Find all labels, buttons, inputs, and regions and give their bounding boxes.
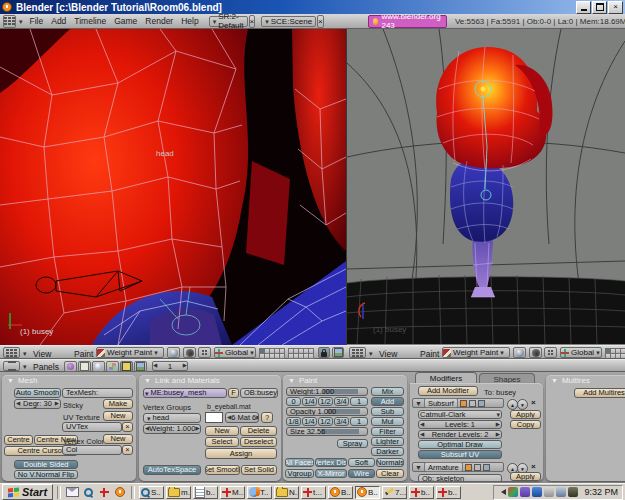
link-panel-header[interactable]: ▼ Link and Materials bbox=[139, 375, 281, 386]
layer-buttons-group-1[interactable] bbox=[605, 348, 625, 358]
opacity-preset-quarter[interactable]: 1/4 bbox=[302, 417, 317, 426]
mix-mode-button[interactable]: Mix bbox=[371, 387, 404, 396]
col-field[interactable]: Col bbox=[62, 445, 122, 455]
material-color-swatch[interactable] bbox=[205, 412, 223, 423]
centre-button[interactable]: Centre bbox=[4, 435, 33, 445]
deselect-button[interactable]: Deselect bbox=[240, 437, 277, 447]
occlusion-button[interactable] bbox=[529, 347, 542, 358]
weight-preset-quarter[interactable]: 1/4 bbox=[302, 397, 317, 406]
set-solid-button[interactable]: Set Solid bbox=[241, 465, 277, 475]
uvtex-field[interactable]: UVTex bbox=[62, 422, 122, 432]
material-question-button[interactable]: ? bbox=[261, 412, 273, 423]
delete-armature-button[interactable]: × bbox=[531, 462, 536, 471]
task-button-browser-T[interactable]: T.. bbox=[247, 486, 272, 499]
task-button-blender-1[interactable]: B.. bbox=[328, 486, 353, 499]
draw-type-button[interactable] bbox=[167, 347, 180, 358]
vgroup-toggle[interactable]: Vgroup bbox=[285, 469, 314, 478]
quicklaunch-media-button[interactable] bbox=[97, 486, 111, 499]
mesh-panel-header[interactable]: ▼ Mesh bbox=[2, 375, 136, 386]
subsurf-copy-button[interactable]: Copy bbox=[510, 420, 541, 429]
delete-col-button[interactable]: × bbox=[122, 445, 133, 455]
quicklaunch-blender-button[interactable] bbox=[113, 486, 127, 499]
select-button[interactable]: Select bbox=[205, 437, 239, 447]
x-mirror-toggle[interactable]: X-Mirror bbox=[315, 469, 347, 478]
weight-preset-1[interactable]: 1 bbox=[350, 397, 368, 406]
window-type-button[interactable] bbox=[3, 15, 16, 28]
maximize-button[interactable] bbox=[592, 1, 607, 14]
menu-render[interactable]: Render bbox=[141, 16, 177, 26]
context-script-button[interactable] bbox=[78, 361, 91, 372]
task-button-search[interactable]: S.. bbox=[139, 486, 164, 499]
context-object-button[interactable] bbox=[106, 361, 119, 372]
opacity-preset-half[interactable]: 1/2 bbox=[318, 417, 333, 426]
render-preview-button[interactable] bbox=[332, 347, 344, 358]
tray-icon-camera[interactable] bbox=[568, 487, 578, 497]
orientation-selector[interactable]: Global ▾ bbox=[560, 347, 602, 358]
tray-icon-purple-app[interactable] bbox=[520, 487, 530, 497]
render-levels-field[interactable]: ◀ Render Levels: 2 ▶ bbox=[418, 430, 502, 439]
context-editing-button[interactable] bbox=[120, 361, 133, 372]
draw-type-button[interactable] bbox=[513, 347, 526, 358]
double-sided-toggle[interactable]: Double Sided bbox=[14, 460, 78, 469]
move-modifier-down-button[interactable]: ▼ bbox=[517, 399, 528, 410]
new-group-button[interactable]: New bbox=[205, 426, 239, 436]
editmode-toggle-icon[interactable] bbox=[483, 464, 490, 471]
lock-layers-button[interactable] bbox=[318, 347, 330, 358]
weight-preset-0[interactable]: 0 bbox=[286, 397, 301, 406]
realtime-toggle-icon[interactable] bbox=[469, 400, 476, 407]
task-button-app-M[interactable]: M.. bbox=[220, 486, 245, 499]
multires-panel-header[interactable]: ▼ Multires bbox=[546, 375, 625, 386]
subsurf-modifier-header[interactable]: ▼ Subsurf bbox=[412, 398, 504, 408]
task-button-app-b1[interactable]: b.. bbox=[409, 486, 434, 499]
menu-game[interactable]: Game bbox=[110, 16, 141, 26]
spray-toggle[interactable]: Spray bbox=[337, 439, 368, 448]
delete-uvtex-button[interactable]: × bbox=[122, 422, 133, 432]
subsurf-uv-toggle[interactable]: Subsurf UV bbox=[418, 450, 502, 459]
quicklaunch-mail-button[interactable] bbox=[65, 486, 79, 499]
auto-smooth-toggle[interactable]: Auto Smooth bbox=[14, 388, 61, 398]
proportional-edit-button[interactable] bbox=[198, 347, 211, 358]
paint-menu[interactable]: Paint bbox=[420, 349, 439, 359]
set-smooth-button[interactable]: Set Smooth bbox=[205, 465, 240, 475]
buttons-window-type-button[interactable] bbox=[3, 361, 20, 371]
subsurf-type-dropdown[interactable]: Catmull-Clark ▾ bbox=[418, 410, 502, 419]
tray-icon-printer[interactable] bbox=[556, 487, 566, 497]
render-toggle-icon[interactable] bbox=[460, 400, 467, 407]
view-menu[interactable]: View bbox=[33, 349, 51, 359]
fake-user-button[interactable]: F bbox=[228, 388, 239, 398]
editmode-toggle-icon[interactable] bbox=[478, 400, 485, 407]
task-button-blender-active[interactable]: B.. bbox=[355, 486, 380, 499]
make-sticky-button[interactable]: Make bbox=[103, 399, 133, 409]
weight-preset-half[interactable]: 1/2 bbox=[318, 397, 333, 406]
assign-button[interactable]: Assign bbox=[205, 448, 277, 459]
mesh-datablock-field[interactable]: ▾ ME:busey_mesh bbox=[143, 388, 227, 398]
armature-object-field[interactable]: Ob: skeleton bbox=[418, 474, 502, 481]
menu-add[interactable]: Add bbox=[47, 16, 70, 26]
subsurf-levels-field[interactable]: ◀ Levels: 1 ▶ bbox=[418, 420, 502, 429]
opacity-preset-threequarter[interactable]: 3/4 bbox=[334, 417, 349, 426]
context-logic-button[interactable] bbox=[64, 361, 77, 372]
screen-selector[interactable]: ▾ SR:2-Default bbox=[209, 16, 248, 27]
normals-toggle[interactable]: Normals bbox=[376, 458, 404, 467]
tray-icon-monitor[interactable] bbox=[532, 487, 542, 497]
mul-mode-button[interactable]: Mul bbox=[371, 417, 404, 426]
context-scene-button[interactable] bbox=[134, 361, 147, 372]
paint-panel-header[interactable]: ▼ Paint bbox=[283, 375, 407, 386]
opacity-preset-1[interactable]: 1 bbox=[350, 417, 368, 426]
armature-apply-button[interactable]: Apply bbox=[510, 472, 541, 481]
close-button[interactable]: × bbox=[608, 1, 623, 14]
proportional-edit-button[interactable] bbox=[544, 347, 557, 358]
viewport-type-button[interactable] bbox=[349, 347, 366, 358]
sub-mode-button[interactable]: Sub bbox=[371, 407, 404, 416]
tray-icon-user[interactable] bbox=[544, 487, 554, 497]
volume-icon[interactable] bbox=[498, 489, 506, 495]
menu-help[interactable]: Help bbox=[177, 16, 202, 26]
minimize-button[interactable] bbox=[576, 1, 591, 14]
start-button[interactable]: Start bbox=[2, 484, 53, 500]
opacity-preset-eighth[interactable]: 1/8 bbox=[286, 417, 301, 426]
vertex-dist-toggle[interactable]: Vertex Dist bbox=[315, 458, 347, 467]
scene-selector[interactable]: ▾ SCE:Scene bbox=[261, 16, 316, 27]
layer-buttons-group-1[interactable] bbox=[259, 348, 284, 358]
add-modifier-button[interactable]: Add Modifier bbox=[418, 386, 478, 396]
task-button-folder-m[interactable]: m.. bbox=[166, 486, 191, 499]
